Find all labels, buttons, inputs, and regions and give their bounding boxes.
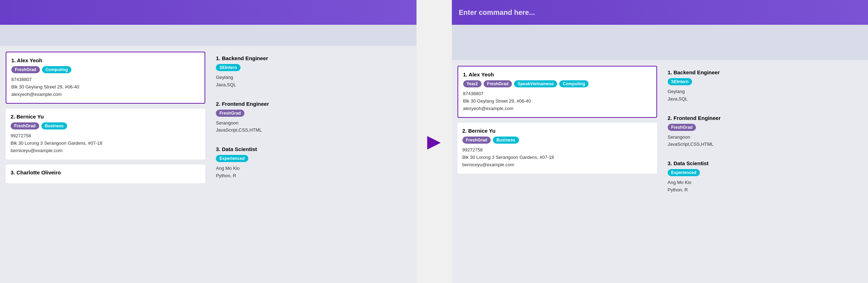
person-card: 2. Bernice YuFreshGradBusiness99272758Bl… [457,123,657,173]
job-tag: SEIntern [668,78,692,85]
command-input[interactable] [459,8,861,17]
job-tag: FreshGrad [216,110,244,117]
job-tag: FreshGrad [668,124,696,131]
job-tags-container: Experienced [668,169,857,176]
left-output-bar [0,25,417,46]
left-content-area: 1. Alex YeohFreshGradComputing87438807Bl… [0,46,417,283]
tag: Year2 [463,80,482,87]
right-persons-column: 1. Alex YeohYear2FreshGradSpeakVietnames… [457,66,657,277]
person-info: 99272758Blk 30 Lorong 3 Serangoon Garden… [11,132,200,154]
person-card: 2. Bernice YuFreshGradBusiness99272758Bl… [6,109,205,159]
job-tag: Experienced [668,169,700,176]
left-persons-column: 1. Alex YeohFreshGradComputing87438807Bl… [6,52,205,277]
job-tags-container: Experienced [216,155,406,162]
left-command-bar [0,0,417,25]
job-card: 3. Data ScientistExperiencedAng Mo KioPy… [663,157,862,197]
person-name: 2. Bernice Yu [11,114,200,120]
person-name: 3. Charlotte Oliveiro [11,169,200,175]
job-title: 1. Backend Engineer [668,69,857,75]
person-name: 1. Alex Yeoh [11,57,200,63]
job-card: 1. Backend EngineerSEInternGeylangJava,S… [211,52,411,92]
right-command-bar[interactable] [452,0,868,25]
tag: FreshGrad [462,137,491,144]
tag: Business [493,137,519,144]
job-title: 3. Data Scientist [216,146,406,152]
tag: FreshGrad [11,122,39,129]
job-info: Ang Mo KioPython, R [668,179,857,194]
job-title: 3. Data Scientist [668,160,857,166]
person-info: 99272758Blk 30 Lorong 3 Serangoon Garden… [462,146,652,168]
job-tags-container: FreshGrad [668,124,857,131]
tag: Computing [42,66,71,73]
person-card: 1. Alex YeohFreshGradComputing87438807Bl… [6,52,205,104]
person-name: 2. Bernice Yu [462,128,652,134]
job-info: GeylangJava,SQL [668,88,857,103]
tags-container: FreshGradBusiness [462,137,652,144]
job-title: 2. Frontend Engineer [668,115,857,121]
job-tags-container: FreshGrad [216,110,406,117]
arrow-icon: ► [423,130,445,153]
tag: Business [41,122,67,129]
tags-container: Year2FreshGradSpeakVietnameseComputing [463,80,651,87]
tags-container: FreshGradComputing [11,66,200,73]
job-tag: Experienced [216,155,248,162]
job-title: 1. Backend Engineer [216,55,406,61]
job-card: 3. Data ScientistExperiencedAng Mo KioPy… [211,143,411,183]
person-card: 3. Charlotte Oliveiro [6,164,205,183]
job-card: 1. Backend EngineerSEInternGeylangJava,S… [663,66,862,106]
person-card: 1. Alex YeohYear2FreshGradSpeakVietnames… [457,66,657,118]
left-panel: 1. Alex YeohFreshGradComputing87438807Bl… [0,0,417,283]
tag: FreshGrad [484,80,512,87]
tag: FreshGrad [11,66,40,73]
right-jobs-column: 1. Backend EngineerSEInternGeylangJava,S… [663,66,862,277]
job-title: 2. Frontend Engineer [216,101,406,107]
person-info: 87438807Blk 30 Geylang Street 29, #06-40… [463,90,651,112]
tag: Computing [559,80,589,87]
person-info: 87438807Blk 30 Geylang Street 29, #06-40… [11,76,200,98]
job-tags-container: SEIntern [216,64,406,71]
tag: SpeakVietnamese [514,80,557,87]
job-info: SerangoonJavaScript,CSS,HTML [216,120,406,134]
job-info: Ang Mo KioPython, R [216,165,406,180]
arrow-container: ► [417,0,452,283]
job-info: GeylangJava,SQL [216,74,406,89]
job-card: 2. Frontend EngineerFreshGradSerangoonJa… [663,111,862,152]
person-name: 1. Alex Yeoh [463,71,651,77]
right-panel: 1. Alex YeohYear2FreshGradSpeakVietnames… [452,0,868,283]
job-tags-container: SEIntern [668,78,857,85]
left-jobs-column: 1. Backend EngineerSEInternGeylangJava,S… [211,52,411,277]
tags-container: FreshGradBusiness [11,122,200,129]
right-content-area: 1. Alex YeohYear2FreshGradSpeakVietnames… [452,60,868,283]
right-output-bar [452,25,868,60]
job-tag: SEIntern [216,64,240,71]
job-info: SerangoonJavaScript,CSS,HTML [668,134,857,149]
job-card: 2. Frontend EngineerFreshGradSerangoonJa… [211,97,411,138]
